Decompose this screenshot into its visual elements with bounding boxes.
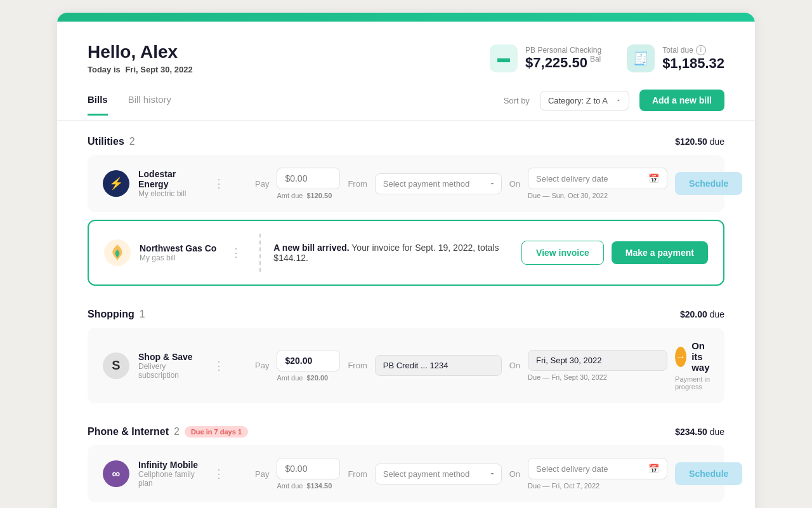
shopping-title: Shopping 1 xyxy=(88,309,145,320)
balance-label: Bal xyxy=(590,55,601,64)
shop-save-bill-card: S Shop & Save Delivery subscription ⋮ Pa… xyxy=(88,328,724,403)
utilities-due: $120.50 due xyxy=(675,137,724,147)
lodestar-bill-card: ⚡ Lodestar Energy My electric bill ⋮ Pay… xyxy=(88,155,724,212)
phone-due: $234.50 due xyxy=(675,427,724,437)
total-due-amount: $1,185.32 xyxy=(662,55,724,72)
from-label: From xyxy=(348,469,367,479)
account-info: PB Personal Checking $7,225.50Bal xyxy=(525,46,601,71)
infinity-info: ∞ Infinity Mobile Cellphone family plan … xyxy=(103,460,230,488)
dashed-divider xyxy=(259,234,261,272)
shop-save-details: Shop & Save Delivery subscription xyxy=(138,352,199,380)
shop-save-due-text: Due — Fri, Sept 30, 2022 xyxy=(528,373,667,381)
header: Hello, Alex Today is Fri, Sept 30, 2022 … xyxy=(57,22,755,90)
new-bill-intro: A new bill arrived. xyxy=(273,243,349,253)
infinity-menu-button[interactable]: ⋮ xyxy=(208,464,230,483)
lodestar-on-section: On Select delivery date 📅 Due — Sun, Oct… xyxy=(509,168,667,199)
shop-save-date-display: Fri, Sept 30, 2022 xyxy=(528,350,667,371)
infinity-pay-group: Amt due $134.50 xyxy=(277,458,340,490)
receipt-icon: 🧾 xyxy=(627,44,655,72)
on-label: On xyxy=(509,469,520,479)
toolbar: Sort by Category: Z to A Add a new bill xyxy=(504,90,724,120)
tab-bills[interactable]: Bills xyxy=(88,94,108,116)
shop-save-info: S Shop & Save Delivery subscription ⋮ xyxy=(103,352,230,380)
shop-save-from-section: From xyxy=(348,355,501,376)
shop-save-pay-section: Pay Amt due $20.00 From On Fri, Sept 30,… xyxy=(255,340,718,391)
tab-bill-history[interactable]: Bill history xyxy=(128,94,171,116)
infinity-date-input[interactable]: Select delivery date 📅 xyxy=(528,458,667,479)
lodestar-pay-input[interactable] xyxy=(277,168,340,189)
shop-save-menu-button[interactable]: ⋮ xyxy=(208,356,230,375)
phone-section-header: Phone & Internet 2 Due in 7 days 1 $234.… xyxy=(88,411,724,445)
northwest-info: Northwest Gas Co My gas bill ⋮ xyxy=(104,239,247,266)
lodestar-logo: ⚡ xyxy=(103,170,129,197)
phone-title: Phone & Internet 2 Due in 7 days 1 xyxy=(88,426,248,438)
from-label: From xyxy=(348,179,367,189)
lodestar-date-input[interactable]: Select delivery date 📅 xyxy=(528,168,667,189)
date-label: Today is xyxy=(88,65,121,74)
northwest-actions: View invoice Make a payment xyxy=(521,241,708,265)
infinity-schedule-button[interactable]: Schedule xyxy=(675,462,742,485)
infinity-sub: Cellphone family plan xyxy=(138,470,199,488)
lodestar-on-group: Select delivery date 📅 Due — Sun, Oct 30… xyxy=(528,168,667,199)
lodestar-name: Lodestar Energy xyxy=(138,169,199,189)
infinity-due-text: Due — Fri, Oct 7, 2022 xyxy=(528,482,667,490)
gas-logo-svg xyxy=(104,239,131,266)
greeting: Hello, Alex Today is Fri, Sept 30, 2022 xyxy=(88,42,193,74)
infinity-payment-select[interactable]: Select payment method xyxy=(375,464,502,485)
infinity-details: Infinity Mobile Cellphone family plan xyxy=(138,460,199,488)
info-icon[interactable]: i xyxy=(696,45,706,55)
utilities-title: Utilities 2 xyxy=(88,136,135,147)
lodestar-due-text: Due — Sun, Oct 30, 2022 xyxy=(528,192,667,199)
sort-label: Sort by xyxy=(504,96,530,105)
infinity-on-group: Select delivery date 📅 Due — Fri, Oct 7,… xyxy=(528,458,667,490)
header-stats: ▬ PB Personal Checking $7,225.50Bal 🧾 To… xyxy=(490,44,724,72)
infinity-pay-section: Pay Amt due $134.50 From Select payment … xyxy=(255,458,742,490)
date-value: Fri, Sept 30, 2022 xyxy=(125,65,192,74)
lodestar-details: Lodestar Energy My electric bill xyxy=(138,169,199,198)
lodestar-menu-button[interactable]: ⋮ xyxy=(208,174,230,193)
calendar-icon: 📅 xyxy=(648,173,659,184)
lodestar-payment-select[interactable]: Select payment method xyxy=(375,173,502,194)
lodestar-amt-due: Amt due $120.50 xyxy=(277,192,340,199)
payment-progress-text: Payment in progress xyxy=(675,375,718,391)
shop-save-date-value: Fri, Sept 30, 2022 xyxy=(536,356,601,365)
infinity-logo: ∞ xyxy=(103,460,129,487)
utilities-section-header: Utilities 2 $120.50 due xyxy=(88,121,724,155)
top-bar xyxy=(57,13,755,22)
total-due-stat: 🧾 Total due i $1,185.32 xyxy=(627,44,724,72)
make-payment-button[interactable]: Make a payment xyxy=(612,241,708,264)
shop-save-pay-group: Amt due $20.00 xyxy=(277,350,340,382)
lodestar-pay-section: Pay Amt due $120.50 From Select payment … xyxy=(255,168,742,199)
infinity-from-section: From Select payment method xyxy=(348,464,501,485)
shop-save-name: Shop & Save xyxy=(138,352,199,362)
northwest-details: Northwest Gas Co My gas bill xyxy=(140,243,216,262)
new-bill-message: A new bill arrived. Your invoice for Sep… xyxy=(273,243,521,263)
from-label: From xyxy=(348,361,367,370)
shop-save-pay-input[interactable] xyxy=(277,350,340,371)
northwest-menu-button[interactable]: ⋮ xyxy=(225,243,247,262)
shop-save-payment-input xyxy=(375,355,502,376)
view-invoice-button[interactable]: View invoice xyxy=(521,241,604,265)
infinity-pay-input[interactable] xyxy=(277,458,340,479)
account-stat: ▬ PB Personal Checking $7,225.50Bal xyxy=(490,44,601,72)
account-label: PB Personal Checking xyxy=(525,46,601,55)
total-due-info: Total due i $1,185.32 xyxy=(662,45,724,72)
shopping-section-header: Shopping 1 $20.00 due xyxy=(88,293,724,328)
on-its-way-section: → On its way Payment in progress xyxy=(675,340,718,391)
account-icon: ▬ xyxy=(490,44,518,72)
northwest-logo xyxy=(104,239,131,266)
northwest-name: Northwest Gas Co xyxy=(140,243,216,253)
on-its-way-badge: → On its way xyxy=(675,340,718,373)
shopping-due: $20.00 due xyxy=(680,309,724,319)
shop-save-sub: Delivery subscription xyxy=(138,362,199,380)
lodestar-schedule-button[interactable]: Schedule xyxy=(675,172,742,195)
total-due-label: Total due i xyxy=(662,45,724,55)
pay-label: Pay xyxy=(255,361,269,370)
on-label: On xyxy=(509,361,520,370)
infinity-name: Infinity Mobile xyxy=(138,460,199,470)
sort-select[interactable]: Category: Z to A xyxy=(540,91,629,110)
date-line: Today is Fri, Sept 30, 2022 xyxy=(88,65,193,74)
shop-save-on-group: Fri, Sept 30, 2022 Due — Fri, Sept 30, 2… xyxy=(528,350,667,381)
add-bill-button[interactable]: Add a new bill xyxy=(639,90,724,111)
on-label: On xyxy=(509,179,520,189)
